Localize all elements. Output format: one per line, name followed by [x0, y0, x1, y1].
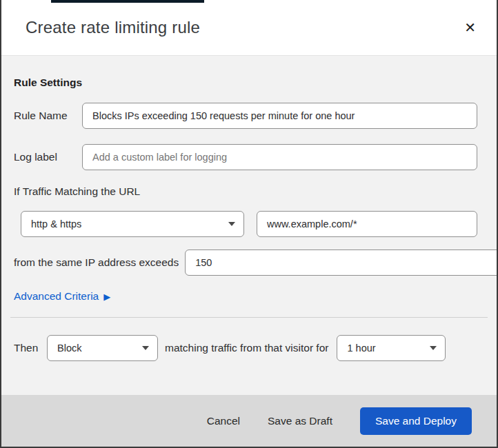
log-label-input[interactable] — [82, 144, 477, 170]
dialog-footer: Cancel Save as Draft Save and Deploy — [1, 395, 497, 447]
threshold-input[interactable] — [185, 250, 498, 276]
action-row: Then Block matching traffic from that vi… — [14, 335, 477, 361]
rule-name-row: Rule Name — [14, 103, 477, 129]
section-divider — [10, 317, 488, 318]
cancel-button[interactable]: Cancel — [207, 415, 240, 427]
threshold-row: from the same IP address exceeds request… — [14, 250, 477, 276]
rule-settings-heading: Rule Settings — [14, 77, 477, 89]
action-select-value: Block — [57, 343, 81, 354]
url-pattern-input[interactable] — [257, 211, 477, 237]
chevron-down-icon — [430, 346, 437, 350]
save-as-draft-button[interactable]: Save as Draft — [268, 415, 332, 427]
chevron-right-icon: ▶ — [103, 292, 110, 301]
dialog-body: Rule Settings Rule Name Log label If Tra… — [1, 55, 497, 395]
rule-name-label: Rule Name — [14, 110, 82, 122]
rule-name-input[interactable] — [82, 103, 477, 129]
dialog-title: Create rate limiting rule — [26, 18, 200, 37]
chevron-down-icon — [142, 346, 149, 350]
duration-select-value: 1 hour — [347, 343, 375, 354]
advanced-criteria-link[interactable]: Advanced Criteria ▶ — [14, 290, 110, 303]
scheme-select-value: http & https — [31, 218, 81, 230]
create-rate-limiting-rule-dialog: Create rate limiting rule ✕ Rule Setting… — [0, 0, 498, 448]
action-middle-text: matching traffic from that visitor for — [165, 342, 328, 354]
action-select[interactable]: Block — [47, 335, 158, 361]
background-page-sliver — [51, 0, 204, 3]
then-label: Then — [14, 342, 47, 354]
traffic-match-intro: If Traffic Matching the URL — [14, 185, 477, 198]
save-and-deploy-button[interactable]: Save and Deploy — [360, 407, 472, 435]
log-label-row: Log label — [14, 144, 477, 170]
log-label-label: Log label — [14, 151, 82, 163]
threshold-prefix-text: from the same IP address exceeds — [14, 256, 179, 269]
chevron-down-icon — [228, 222, 235, 226]
advanced-criteria-label: Advanced Criteria — [14, 290, 99, 303]
scheme-url-row: http & https — [21, 211, 477, 237]
scheme-select[interactable]: http & https — [21, 211, 244, 237]
duration-select[interactable]: 1 hour — [337, 335, 446, 361]
close-icon[interactable]: ✕ — [460, 18, 480, 37]
dialog-header: Create rate limiting rule ✕ — [1, 0, 497, 55]
